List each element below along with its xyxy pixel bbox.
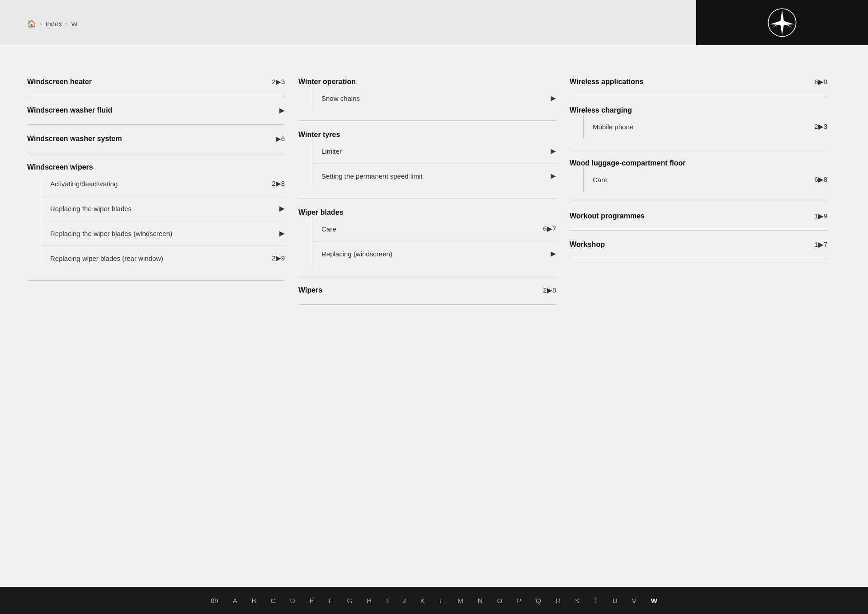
sub-label-limiter[interactable]: Limiter — [321, 147, 342, 155]
nav-letter-e[interactable]: E — [309, 597, 314, 605]
entry-workout-programmes: Workout programmes1▶9 — [570, 202, 827, 231]
nav-letter-v[interactable]: V — [632, 597, 637, 605]
nav-letter-s[interactable]: S — [575, 597, 580, 605]
nav-letter-j[interactable]: J — [402, 597, 406, 605]
entry-page-wireless-applications: 6▶0 — [814, 78, 827, 86]
sub-entries-winter-tyres: Limiter▶Setting the permanent speed limi… — [312, 139, 556, 188]
nav-letter-g[interactable]: G — [347, 597, 353, 605]
sub-entry-limiter: Limiter▶ — [312, 139, 556, 164]
alphabet-nav: 09ABCDEFGHIJKLMNOPQRSTUVW — [0, 587, 868, 614]
entry-page-windscreen-heater: 2▶3 — [272, 78, 285, 86]
sub-label-replacing-windscreen[interactable]: Replacing (windscreen) — [321, 250, 392, 258]
entry-label-windscreen-wipers[interactable]: Windscreen wipers — [27, 163, 93, 171]
sub-label-replacing-wiper-blades-rear[interactable]: Replacing wiper blades (rear window) — [50, 255, 163, 262]
nav-letter-c[interactable]: C — [271, 597, 276, 605]
nav-letter-n[interactable]: N — [478, 597, 483, 605]
entry-wood-luggage-compartment-floor: Wood luggage-compartment floorCare6▶8 — [570, 149, 827, 202]
sub-page-setting-permanent-speed-limit: ▶ — [551, 172, 556, 180]
entry-row-windscreen-wipers: Windscreen wipers — [27, 163, 285, 171]
nav-letter-k[interactable]: K — [420, 597, 425, 605]
entry-windscreen-washer-system: Windscreen washer system▶6 — [27, 125, 285, 153]
entry-winter-operation: Winter operationSnow chains▶ — [298, 68, 556, 121]
nav-letter-q[interactable]: Q — [536, 597, 541, 605]
entry-label-wireless-charging[interactable]: Wireless charging — [570, 106, 632, 114]
entry-page-workshop: 1▶7 — [814, 241, 827, 249]
sub-entry-wiper-blades-care: Care6▶7 — [312, 217, 556, 241]
sub-entry-replacing-wiper-blades-rear: Replacing wiper blades (rear window)2▶9 — [41, 246, 285, 270]
nav-letter-f[interactable]: F — [328, 597, 332, 605]
entry-label-workshop[interactable]: Workshop — [570, 241, 605, 249]
nav-letter-i[interactable]: I — [386, 597, 388, 605]
entry-row-winter-operation: Winter operation — [298, 78, 556, 86]
nav-letter-o[interactable]: O — [497, 597, 503, 605]
breadcrumb-sep-2: › — [66, 20, 67, 27]
entry-row-windscreen-heater: Windscreen heater2▶3 — [27, 78, 285, 86]
sub-entry-replacing-wiper-blades-windscreen: Replacing the wiper blades (windscreen)▶ — [41, 221, 285, 246]
entry-page-windscreen-washer-system: ▶6 — [276, 135, 285, 143]
entry-wipers: Wipers2▶8 — [298, 276, 556, 305]
sub-page-wiper-blades-care: 6▶7 — [543, 225, 556, 233]
entry-label-workout-programmes[interactable]: Workout programmes — [570, 212, 645, 220]
sub-page-replacing-windscreen: ▶ — [551, 250, 556, 258]
entry-windscreen-wipers: Windscreen wipersActivating/deactivating… — [27, 153, 285, 281]
main-content: Windscreen heater2▶3Windscreen washer fl… — [0, 45, 868, 350]
entry-label-wood-luggage-compartment-floor[interactable]: Wood luggage-compartment floor — [570, 159, 686, 167]
entry-row-wireless-charging: Wireless charging — [570, 106, 827, 114]
home-icon[interactable]: 🏠 — [27, 19, 36, 28]
entry-label-winter-tyres[interactable]: Winter tyres — [298, 131, 340, 139]
entry-label-wiper-blades[interactable]: Wiper blades — [298, 208, 343, 217]
sub-label-replacing-wiper-blades-windscreen[interactable]: Replacing the wiper blades (windscreen) — [50, 230, 172, 237]
mercedes-logo — [768, 8, 797, 37]
entry-row-workshop: Workshop1▶7 — [570, 241, 827, 249]
sub-page-activating-deactivating: 2▶8 — [272, 179, 285, 188]
breadcrumb-current: W — [71, 20, 77, 28]
nav-letter-m[interactable]: M — [458, 597, 463, 605]
entry-label-windscreen-washer-system[interactable]: Windscreen washer system — [27, 135, 122, 143]
nav-letter-b[interactable]: B — [252, 597, 256, 605]
nav-letter-t[interactable]: T — [594, 597, 598, 605]
breadcrumb-sep-1: › — [40, 20, 42, 27]
sub-entry-activating-deactivating: Activating/deactivating2▶8 — [41, 171, 285, 196]
nav-letter-r[interactable]: R — [556, 597, 561, 605]
sub-label-wood-care[interactable]: Care — [593, 176, 608, 184]
sub-label-wiper-blades-care[interactable]: Care — [321, 225, 336, 233]
entry-workshop: Workshop1▶7 — [570, 231, 827, 259]
entry-label-wipers[interactable]: Wipers — [298, 286, 322, 294]
sub-page-replacing-wiper-blades-windscreen: ▶ — [279, 229, 285, 237]
entry-row-wiper-blades: Wiper blades — [298, 208, 556, 217]
sub-page-snow-chains: ▶ — [551, 94, 556, 102]
entry-label-windscreen-washer-fluid[interactable]: Windscreen washer fluid — [27, 106, 112, 114]
nav-letter-09[interactable]: 09 — [211, 597, 218, 605]
entry-label-winter-operation[interactable]: Winter operation — [298, 78, 356, 86]
sub-label-replacing-wiper-blades[interactable]: Replacing the wiper blades — [50, 205, 132, 213]
entry-wireless-applications: Wireless applications6▶0 — [570, 68, 827, 96]
nav-letter-u[interactable]: U — [613, 597, 618, 605]
entry-windscreen-heater: Windscreen heater2▶3 — [27, 68, 285, 96]
nav-letter-a[interactable]: A — [233, 597, 237, 605]
nav-letter-d[interactable]: D — [290, 597, 295, 605]
entry-windscreen-washer-fluid: Windscreen washer fluid▶ — [27, 96, 285, 125]
sub-entry-snow-chains: Snow chains▶ — [312, 86, 556, 110]
nav-letter-l[interactable]: L — [439, 597, 443, 605]
nav-letter-p[interactable]: P — [517, 597, 521, 605]
sub-label-mobile-phone[interactable]: Mobile phone — [593, 123, 633, 131]
sub-entries-winter-operation: Snow chains▶ — [312, 86, 556, 110]
breadcrumb: 🏠 › Index › W — [27, 19, 78, 28]
sub-page-wood-care: 6▶8 — [814, 175, 827, 184]
breadcrumb-index[interactable]: Index — [45, 20, 62, 28]
header-left: 🏠 › Index › W — [27, 17, 78, 28]
sub-label-setting-permanent-speed-limit[interactable]: Setting the permanent speed limit — [321, 172, 422, 180]
nav-letter-w[interactable]: W — [651, 597, 657, 605]
column-2: Winter operationSnow chains▶Winter tyres… — [298, 68, 570, 305]
entry-label-windscreen-heater[interactable]: Windscreen heater — [27, 78, 92, 86]
entry-row-windscreen-washer-fluid: Windscreen washer fluid▶ — [27, 106, 285, 114]
sub-entries-wood-luggage-compartment-floor: Care6▶8 — [583, 167, 827, 192]
sub-label-snow-chains[interactable]: Snow chains — [321, 94, 360, 102]
nav-letter-h[interactable]: H — [367, 597, 372, 605]
entry-wiper-blades: Wiper bladesCare6▶7Replacing (windscreen… — [298, 198, 556, 276]
sub-page-mobile-phone: 2▶3 — [814, 123, 827, 131]
sub-label-activating-deactivating[interactable]: Activating/deactivating — [50, 180, 118, 188]
entry-row-wipers: Wipers2▶8 — [298, 286, 556, 294]
entry-label-wireless-applications[interactable]: Wireless applications — [570, 78, 643, 86]
entry-row-windscreen-washer-system: Windscreen washer system▶6 — [27, 135, 285, 143]
